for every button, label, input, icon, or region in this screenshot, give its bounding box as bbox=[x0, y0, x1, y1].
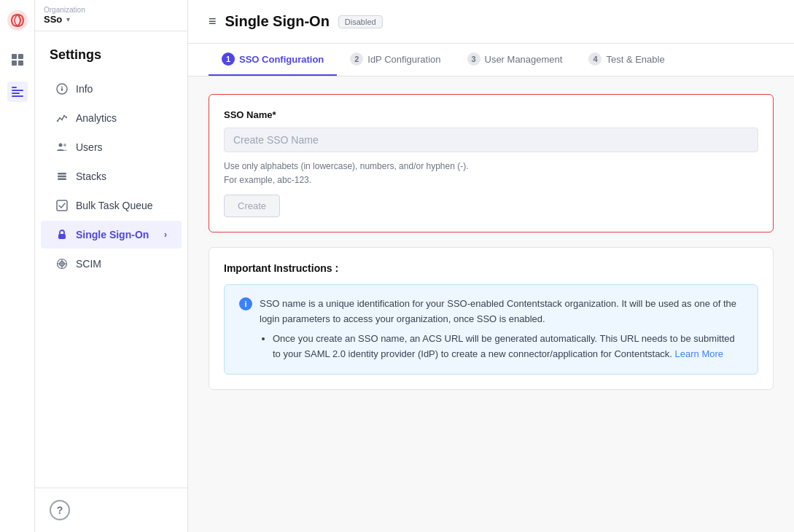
analytics-icon bbox=[55, 112, 69, 125]
sidebar-footer: ? bbox=[35, 488, 187, 532]
tab-num-3: 3 bbox=[467, 52, 480, 66]
sidebar-item-scim-label: SCIM bbox=[76, 258, 101, 270]
info-icon bbox=[55, 82, 69, 95]
instructions-inner: i SSO name is a unique identification fo… bbox=[224, 284, 758, 374]
svg-rect-8 bbox=[12, 95, 23, 97]
instructions-bullet1: SSO name is a unique identification for … bbox=[260, 298, 736, 324]
page-title: Single Sign-On bbox=[225, 13, 330, 30]
sidebar-item-info-label: Info bbox=[76, 83, 93, 95]
main-header: ≡ Single Sign-On Disabled bbox=[188, 0, 794, 44]
tab-num-4: 4 bbox=[588, 52, 602, 66]
sidebar-item-sso-label: Single Sign-On bbox=[76, 229, 149, 240]
svg-rect-6 bbox=[12, 90, 23, 91]
tab-test-enable[interactable]: 4 Test & Enable bbox=[575, 44, 677, 76]
instructions-bullet2: Once you create an SSO name, an ACS URL … bbox=[273, 332, 743, 362]
org-header[interactable]: Organization SSo ▾ bbox=[35, 0, 187, 31]
tab-idp-configuration[interactable]: 2 IdP Configuration bbox=[337, 44, 454, 76]
users-icon bbox=[55, 141, 69, 154]
instructions-bullet2-start: Once you create an SSO name, an ACS URL … bbox=[273, 333, 735, 359]
sso-hint-line2: For example, abc-123. bbox=[224, 175, 311, 185]
tab-user-management[interactable]: 3 User Management bbox=[454, 44, 576, 76]
stacks-icon bbox=[55, 170, 69, 183]
svg-point-17 bbox=[59, 144, 63, 147]
svg-point-18 bbox=[63, 144, 66, 146]
org-name: SSo bbox=[44, 14, 62, 25]
sidebar-item-bulk-task-queue[interactable]: Bulk Task Queue bbox=[41, 192, 182, 219]
lock-icon bbox=[55, 228, 69, 241]
svg-rect-19 bbox=[58, 173, 66, 175]
svg-point-14 bbox=[61, 119, 63, 120]
sidebar-title: Settings bbox=[35, 31, 187, 74]
svg-point-10 bbox=[61, 87, 63, 88]
help-button[interactable]: ? bbox=[50, 500, 70, 520]
svg-point-12 bbox=[57, 120, 58, 122]
app-logo[interactable] bbox=[6, 9, 29, 32]
status-badge: Disabled bbox=[338, 15, 383, 28]
svg-point-15 bbox=[63, 115, 65, 117]
svg-rect-11 bbox=[61, 88, 63, 91]
svg-rect-23 bbox=[58, 234, 66, 239]
sso-hint-line1: Use only alphabets (in lowercase), numbe… bbox=[224, 161, 469, 171]
grid-icon[interactable] bbox=[7, 50, 28, 70]
content-area: SSO Name* Use only alphabets (in lowerca… bbox=[188, 77, 794, 407]
svg-rect-5 bbox=[12, 87, 17, 88]
sso-name-section: SSO Name* Use only alphabets (in lowerca… bbox=[209, 94, 774, 232]
info-circle-icon: i bbox=[239, 297, 252, 310]
svg-rect-1 bbox=[12, 54, 17, 59]
tab-label-3: User Management bbox=[485, 54, 563, 65]
svg-rect-22 bbox=[57, 200, 67, 211]
bulk-task-icon bbox=[55, 199, 69, 212]
svg-rect-2 bbox=[18, 54, 23, 59]
sso-chevron-icon: › bbox=[164, 230, 167, 240]
svg-rect-20 bbox=[58, 176, 66, 178]
sidebar-item-analytics[interactable]: Analytics bbox=[41, 104, 182, 132]
tab-label-4: Test & Enable bbox=[606, 54, 664, 65]
svg-point-16 bbox=[66, 117, 67, 118]
svg-point-13 bbox=[59, 117, 61, 119]
settings-icon[interactable] bbox=[7, 82, 28, 102]
org-dropdown-arrow: ▾ bbox=[66, 15, 70, 23]
hamburger-icon[interactable]: ≡ bbox=[209, 14, 217, 29]
svg-rect-21 bbox=[58, 179, 66, 181]
sidebar-item-users[interactable]: Users bbox=[41, 133, 182, 161]
tab-sso-configuration[interactable]: 1 SSO Configuration bbox=[209, 44, 337, 76]
svg-rect-4 bbox=[18, 60, 23, 66]
sidebar-item-analytics-label: Analytics bbox=[76, 112, 117, 124]
tab-num-2: 2 bbox=[350, 52, 363, 66]
instructions-title: Important Instructions : bbox=[224, 262, 758, 274]
sidebar: Organization SSo ▾ Settings Info bbox=[35, 0, 188, 532]
create-button[interactable]: Create bbox=[224, 195, 280, 217]
sidebar-item-stacks[interactable]: Stacks bbox=[41, 163, 182, 190]
sidebar-item-info[interactable]: Info bbox=[41, 75, 182, 103]
svg-rect-3 bbox=[12, 60, 17, 66]
sso-name-label: SSO Name* bbox=[224, 109, 758, 120]
tab-bar: 1 SSO Configuration 2 IdP Configuration … bbox=[188, 44, 794, 77]
svg-point-0 bbox=[7, 10, 28, 31]
scim-icon bbox=[55, 257, 69, 270]
sidebar-item-scim[interactable]: SCIM bbox=[41, 250, 182, 278]
sidebar-item-users-label: Users bbox=[76, 141, 103, 153]
tab-num-1: 1 bbox=[222, 52, 235, 66]
icon-bar bbox=[0, 0, 35, 532]
sidebar-item-sso[interactable]: Single Sign-On › bbox=[41, 221, 182, 249]
sidebar-item-stacks-label: Stacks bbox=[76, 171, 106, 182]
instructions-section: Important Instructions : i SSO name is a… bbox=[209, 247, 774, 389]
sso-name-input[interactable] bbox=[224, 128, 758, 152]
instructions-text: SSO name is a unique identification for … bbox=[260, 297, 743, 361]
sso-name-hint: Use only alphabets (in lowercase), numbe… bbox=[224, 160, 758, 187]
svg-rect-7 bbox=[12, 93, 20, 94]
sidebar-item-bulk-task-label: Bulk Task Queue bbox=[76, 200, 153, 211]
tab-label-1: SSO Configuration bbox=[239, 54, 324, 65]
main-content: ≡ Single Sign-On Disabled 1 SSO Configur… bbox=[188, 0, 794, 532]
tab-label-2: IdP Configuration bbox=[367, 54, 440, 65]
learn-more-link[interactable]: Learn More bbox=[675, 348, 723, 359]
org-label: Organization bbox=[44, 6, 85, 14]
